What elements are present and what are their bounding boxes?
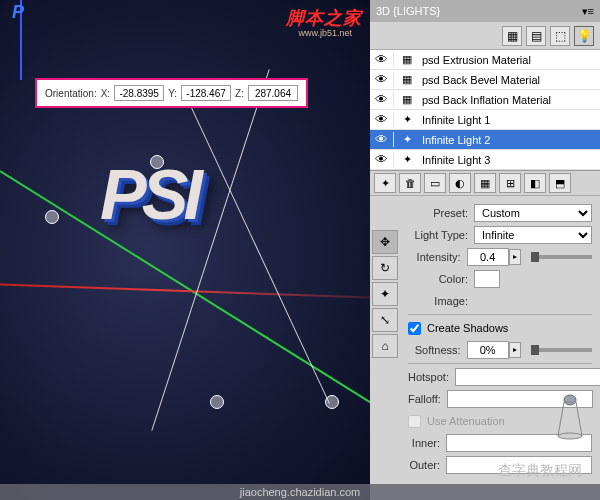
- home-tool-icon[interactable]: ⌂: [372, 334, 398, 358]
- preset-select[interactable]: Custom: [474, 204, 592, 222]
- filter-light-icon[interactable]: 💡: [574, 26, 594, 46]
- item-label: Infinite Light 2: [420, 134, 600, 146]
- intensity-input[interactable]: [467, 248, 509, 266]
- tree-row[interactable]: 👁✦Infinite Light 1: [370, 110, 600, 130]
- watermark-url: www.jb51.net: [298, 28, 352, 38]
- light-gizmo-lines: [100, 60, 380, 420]
- light-handle[interactable]: [210, 395, 224, 409]
- new-light-icon[interactable]: ✦: [374, 173, 396, 193]
- svg-point-0: [564, 395, 576, 405]
- aim-tool-icon[interactable]: ✦: [372, 282, 398, 306]
- item-type-icon: ▦: [394, 53, 420, 66]
- stepper-icon[interactable]: ▸: [509, 342, 521, 358]
- filter-mode-bar: ▦ ▤ ⬚ 💡: [370, 22, 600, 50]
- tree-row[interactable]: 👁✦Infinite Light 3: [370, 150, 600, 170]
- visibility-eye-icon[interactable]: 👁: [370, 112, 394, 127]
- outer-label: Outer:: [408, 459, 440, 471]
- stepper-icon[interactable]: ▸: [509, 249, 521, 265]
- tool-icon[interactable]: ▦: [474, 173, 496, 193]
- z-label: Z:: [235, 88, 244, 99]
- panel-menu-icon[interactable]: ▾≡: [582, 5, 594, 18]
- softness-slider[interactable]: [531, 348, 592, 352]
- separator: [408, 314, 592, 315]
- separator: [408, 363, 592, 364]
- visibility-eye-icon[interactable]: 👁: [370, 72, 394, 87]
- scale-tool-icon[interactable]: ⤡: [372, 308, 398, 332]
- preset-label: Preset:: [408, 207, 468, 219]
- item-label: psd Back Bevel Material: [420, 74, 600, 86]
- lighttype-select[interactable]: Infinite: [474, 226, 592, 244]
- watermark-text: 脚本之家: [286, 6, 362, 30]
- attenuation-checkbox: [408, 415, 421, 428]
- move-tool-icon[interactable]: ✥: [372, 230, 398, 254]
- filter-mesh-icon[interactable]: ▤: [526, 26, 546, 46]
- visibility-eye-icon[interactable]: 👁: [370, 92, 394, 107]
- delete-light-icon[interactable]: 🗑: [399, 173, 421, 193]
- 3d-lights-panel: 3D {LIGHTS} ▾≡ ▦ ▤ ⬚ 💡 👁▦psd Extrusion M…: [370, 0, 600, 500]
- orientation-x-input[interactable]: [114, 85, 164, 101]
- item-label: psd Back Inflation Material: [420, 94, 600, 106]
- create-shadows-label: Create Shadows: [427, 322, 508, 334]
- softness-label: Softness:: [408, 344, 461, 356]
- footer-bar: jiaocheng.chazidian.com: [0, 484, 600, 500]
- falloff-label: Falloff:: [408, 393, 441, 405]
- light-handle[interactable]: [325, 395, 339, 409]
- y-label: Y:: [168, 88, 177, 99]
- infinite-light-icon: [552, 392, 588, 440]
- item-type-icon: ✦: [394, 113, 420, 126]
- light-handle[interactable]: [45, 210, 59, 224]
- hotspot-label: Hotspot:: [408, 371, 449, 383]
- item-label: Infinite Light 3: [420, 154, 600, 166]
- visibility-eye-icon[interactable]: 👁: [370, 132, 394, 147]
- light-toolstrip: ✦ 🗑 ▭ ◐ ▦ ⊞ ◧ ⬒: [370, 170, 600, 196]
- orientation-readout: Orientation: X: Y: Z:: [35, 78, 308, 108]
- attenuation-label: Use Attenuation: [427, 415, 505, 427]
- visibility-eye-icon[interactable]: 👁: [370, 52, 394, 67]
- hotspot-input: [455, 368, 600, 386]
- x-label: X:: [101, 88, 110, 99]
- orientation-y-input[interactable]: [181, 85, 231, 101]
- 3d-viewport[interactable]: P PSI: [0, 0, 370, 500]
- image-label: Image:: [408, 295, 468, 307]
- tree-row[interactable]: 👁✦Infinite Light 2: [370, 130, 600, 150]
- orientation-z-input[interactable]: [248, 85, 298, 101]
- color-label: Color:: [408, 273, 468, 285]
- scene-tree: 👁▦psd Extrusion Material👁▦psd Back Bevel…: [370, 50, 600, 170]
- chazidian-watermark: 查字典教程网: [498, 462, 582, 480]
- tool-icon[interactable]: ⬒: [549, 173, 571, 193]
- tool-icon[interactable]: ◐: [449, 173, 471, 193]
- create-shadows-checkbox[interactable]: [408, 322, 421, 335]
- rotate-tool-icon[interactable]: ↻: [372, 256, 398, 280]
- intensity-label: Intensity:: [408, 251, 461, 263]
- item-type-icon: ▦: [394, 93, 420, 106]
- inner-label: Inner:: [408, 437, 440, 449]
- item-label: psd Extrusion Material: [420, 54, 600, 66]
- panel-tab-bar: 3D {LIGHTS} ▾≡: [370, 0, 600, 22]
- tree-row[interactable]: 👁▦psd Back Bevel Material: [370, 70, 600, 90]
- light-handle[interactable]: [150, 155, 164, 169]
- light-properties: ✥ ↻ ✦ ⤡ ⌂ Preset: Custom Light Type: Inf…: [370, 196, 600, 500]
- filter-scene-icon[interactable]: ▦: [502, 26, 522, 46]
- lighttype-label: Light Type:: [408, 229, 468, 241]
- item-type-icon: ✦: [394, 153, 420, 166]
- side-toolbar: ✥ ↻ ✦ ⤡ ⌂: [372, 230, 400, 358]
- y-axis-cap: P: [12, 2, 24, 23]
- tool-icon[interactable]: ◧: [524, 173, 546, 193]
- item-type-icon: ▦: [394, 73, 420, 86]
- item-type-icon: ✦: [394, 133, 420, 146]
- tool-icon[interactable]: ⊞: [499, 173, 521, 193]
- orientation-label: Orientation:: [45, 88, 97, 99]
- visibility-eye-icon[interactable]: 👁: [370, 152, 394, 167]
- tab-3d-lights[interactable]: 3D {LIGHTS}: [376, 5, 440, 17]
- softness-input[interactable]: [467, 341, 509, 359]
- tree-row[interactable]: 👁▦psd Back Inflation Material: [370, 90, 600, 110]
- filter-material-icon[interactable]: ⬚: [550, 26, 570, 46]
- item-label: Infinite Light 1: [420, 114, 600, 126]
- color-swatch[interactable]: [474, 270, 500, 288]
- tree-row[interactable]: 👁▦psd Extrusion Material: [370, 50, 600, 70]
- svg-point-1: [558, 433, 582, 439]
- intensity-slider[interactable]: [531, 255, 592, 259]
- tool-icon[interactable]: ▭: [424, 173, 446, 193]
